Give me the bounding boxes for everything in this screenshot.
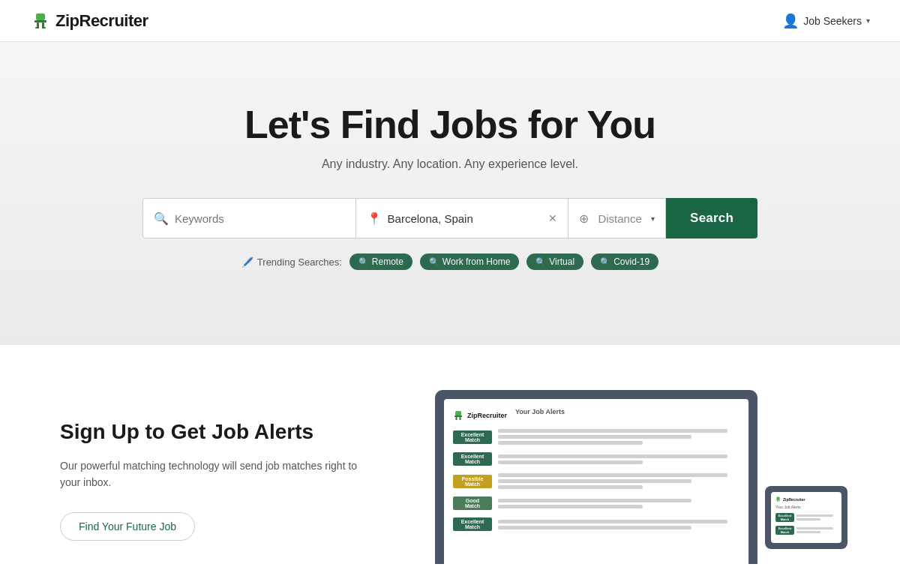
job-line xyxy=(498,460,643,464)
hero-title: Let's Find Jobs for You xyxy=(30,102,870,147)
phone-job-lines xyxy=(796,527,837,533)
job-line xyxy=(498,429,728,433)
svg-rect-7 xyxy=(454,416,462,417)
left-content: Sign Up to Get Job Alerts Our powerful m… xyxy=(60,390,375,541)
logo-text: ZipRecruiter xyxy=(56,11,148,31)
clear-location-icon[interactable]: ✕ xyxy=(548,212,557,224)
match-badge: GoodMatch xyxy=(453,496,492,510)
keywords-input[interactable] xyxy=(175,212,345,225)
svg-rect-12 xyxy=(777,500,778,502)
job-line xyxy=(498,435,692,439)
phone-match-badge: ExcellentMatch xyxy=(776,513,794,522)
trending-tag-covid[interactable]: 🔍 Covid-19 xyxy=(591,254,658,270)
keywords-field[interactable]: 🔍 xyxy=(142,198,356,238)
trending-searches: 🖊️ Trending Searches: 🔍 Remote 🔍 Work fr… xyxy=(30,254,870,270)
distance-field[interactable]: ⊕ Distance ▾ xyxy=(568,198,666,238)
job-lines xyxy=(498,499,740,508)
phone-logo-icon xyxy=(776,496,781,502)
phone-job-row: ExcellentMatch xyxy=(776,513,837,522)
search-tag-icon: 🔍 xyxy=(429,257,440,267)
phone-job-line xyxy=(796,518,820,520)
svg-rect-9 xyxy=(460,417,461,420)
job-row: ExcellentMatch xyxy=(453,518,740,531)
svg-rect-11 xyxy=(776,500,780,500)
job-row: PossibleMatch xyxy=(453,473,740,489)
phone-job-line xyxy=(796,531,820,533)
phone-screen: ZipRecruiter Your Job Alerts ExcellentMa… xyxy=(771,492,842,543)
search-tag-icon: 🔍 xyxy=(358,257,369,267)
phone-job-lines xyxy=(796,514,837,520)
trending-tag-remote[interactable]: 🔍 Remote xyxy=(350,254,412,270)
job-lines xyxy=(498,473,740,489)
trending-tag-wfh[interactable]: 🔍 Work from Home xyxy=(420,254,519,270)
laptop-page-title: Your Job Alerts xyxy=(515,408,565,416)
match-badge: ExcellentMatch xyxy=(453,430,492,444)
svg-rect-13 xyxy=(778,500,779,502)
location-field[interactable]: 📍 ✕ xyxy=(356,198,569,238)
job-line xyxy=(498,499,692,502)
laptop-brand: ZipRecruiter Your Job Alerts xyxy=(453,408,740,423)
laptop-brand-name: ZipRecruiter xyxy=(467,412,507,419)
phone-mockup: ZipRecruiter Your Job Alerts ExcellentMa… xyxy=(765,486,848,549)
trending-label: 🖊️ Trending Searches: xyxy=(242,256,342,268)
trending-emoji: 🖊️ xyxy=(242,256,254,268)
hero-subtitle: Any industry. Any location. Any experien… xyxy=(30,158,870,171)
distance-icon: ⊕ xyxy=(579,212,589,226)
distance-chevron-icon: ▾ xyxy=(651,214,655,223)
laptop-mockup: ZipRecruiter Your Job Alerts ExcellentMa… xyxy=(435,390,758,564)
job-line xyxy=(498,526,692,530)
phone-job-row: ExcellentMatch xyxy=(776,526,837,535)
job-line xyxy=(498,473,728,477)
svg-rect-6 xyxy=(455,411,461,416)
job-row: GoodMatch xyxy=(453,496,740,510)
job-line xyxy=(498,441,643,445)
header: ZipRecruiter 👤 Job Seekers ▾ xyxy=(0,0,900,42)
mockup-area: ZipRecruiter Your Job Alerts ExcellentMa… xyxy=(435,390,848,564)
nav-label: Job Seekers xyxy=(803,15,862,27)
search-button[interactable]: Search xyxy=(666,198,758,238)
hero-section: Let's Find Jobs for You Any industry. An… xyxy=(0,42,900,345)
phone-page-title: Your Job Alerts xyxy=(776,505,837,509)
job-line xyxy=(498,520,728,524)
phone-job-line xyxy=(796,527,833,530)
find-future-job-button[interactable]: Find Your Future Job xyxy=(60,512,195,541)
trending-tag-virtual[interactable]: 🔍 Virtual xyxy=(526,254,584,270)
match-badge: ExcellentMatch xyxy=(453,452,492,466)
ziprecruiter-logo-icon xyxy=(30,10,51,32)
svg-rect-8 xyxy=(456,417,458,420)
job-line xyxy=(498,505,643,508)
svg-rect-0 xyxy=(36,14,45,20)
search-tag-icon: 🔍 xyxy=(600,257,610,267)
logo[interactable]: ZipRecruiter xyxy=(30,10,148,32)
phone-brand-name: ZipRecruiter xyxy=(783,497,805,502)
job-seekers-menu[interactable]: 👤 Job Seekers ▾ xyxy=(782,13,870,29)
bottom-section: Sign Up to Get Job Alerts Our powerful m… xyxy=(0,345,900,588)
job-row: ExcellentMatch xyxy=(453,429,740,445)
job-lines xyxy=(498,520,740,530)
search-icon: 🔍 xyxy=(154,212,169,226)
location-input[interactable] xyxy=(388,212,543,225)
chevron-down-icon: ▾ xyxy=(866,16,870,25)
job-line xyxy=(498,479,692,483)
phone-match-badge: ExcellentMatch xyxy=(776,526,794,535)
phone-brand: ZipRecruiter xyxy=(776,496,837,502)
laptop-screen: ZipRecruiter Your Job Alerts ExcellentMa… xyxy=(444,399,748,564)
match-badge: PossibleMatch xyxy=(453,475,492,488)
section-description: Our powerful matching technology will se… xyxy=(60,458,375,491)
job-lines xyxy=(498,429,740,445)
person-icon: 👤 xyxy=(782,13,799,29)
job-line xyxy=(498,485,643,489)
job-lines xyxy=(498,454,740,464)
phone-job-line xyxy=(796,514,833,517)
svg-rect-4 xyxy=(35,27,39,28)
svg-rect-1 xyxy=(34,20,46,22)
job-line xyxy=(498,454,728,458)
search-tag-icon: 🔍 xyxy=(536,257,546,267)
section-title: Sign Up to Get Job Alerts xyxy=(60,420,375,444)
svg-rect-5 xyxy=(42,27,46,28)
svg-rect-10 xyxy=(777,497,780,500)
laptop-logo-icon xyxy=(453,410,464,421)
location-pin-icon: 📍 xyxy=(367,212,382,226)
match-badge: ExcellentMatch xyxy=(453,518,492,531)
distance-label: Distance xyxy=(595,212,645,225)
